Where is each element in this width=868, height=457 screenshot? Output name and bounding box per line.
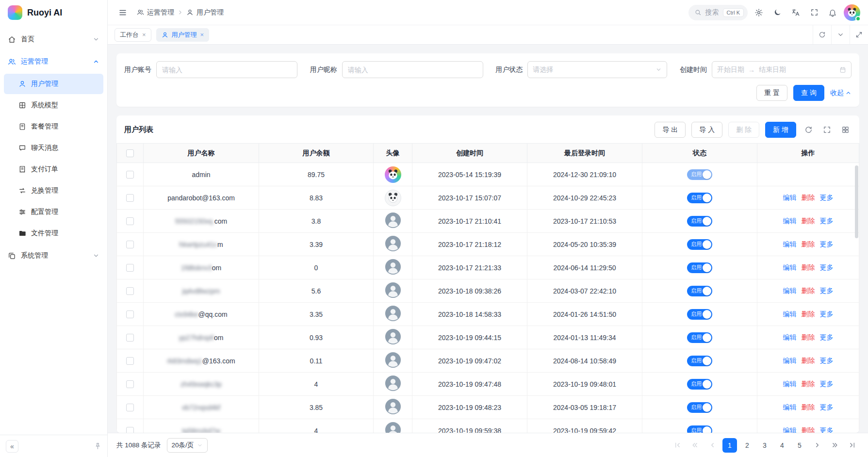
page-size-select[interactable]: 20条/页: [167, 438, 208, 453]
global-search[interactable]: 搜索 Ctrl K: [688, 5, 748, 20]
row-checkbox[interactable]: [126, 287, 134, 295]
sidebar-item-payment-orders[interactable]: 支付订单: [4, 159, 103, 180]
edit-link[interactable]: 编辑: [783, 403, 797, 411]
edit-link[interactable]: 编辑: [783, 426, 797, 433]
delete-link[interactable]: 删除: [802, 287, 815, 294]
status-toggle[interactable]: 启用: [687, 216, 712, 227]
brand[interactable]: Ruoyi AI: [0, 0, 107, 25]
reset-button[interactable]: 重 置: [756, 85, 787, 101]
sidebar-item-system-management[interactable]: 系统管理: [0, 245, 107, 267]
sidebar-item-operations[interactable]: 运营管理: [0, 50, 107, 73]
table-fullscreen-button[interactable]: [820, 124, 833, 136]
row-checkbox[interactable]: [126, 241, 134, 248]
page-first-button[interactable]: [670, 438, 685, 453]
date-range-picker[interactable]: 开始日期 → 结束日期: [712, 61, 852, 78]
status-toggle[interactable]: 启用: [687, 402, 712, 413]
more-link[interactable]: 更多: [820, 380, 834, 388]
more-link[interactable]: 更多: [820, 194, 834, 201]
breadcrumb-user-management[interactable]: 用户管理: [186, 8, 224, 17]
add-button[interactable]: 新 增: [765, 122, 796, 138]
sidebar-item-config-management[interactable]: 配置管理: [4, 202, 103, 222]
delete-button[interactable]: 删 除: [728, 122, 759, 138]
delete-link[interactable]: 删除: [802, 263, 815, 271]
status-toggle[interactable]: 启用: [687, 332, 712, 343]
more-link[interactable]: 更多: [820, 310, 834, 318]
row-checkbox[interactable]: [126, 357, 134, 365]
tab-menu-button[interactable]: [831, 25, 850, 44]
sidebar-item-user-management[interactable]: 用户管理: [4, 74, 103, 94]
edit-link[interactable]: 编辑: [783, 310, 797, 318]
more-link[interactable]: 更多: [820, 403, 834, 411]
edit-link[interactable]: 编辑: [783, 287, 797, 294]
more-link[interactable]: 更多: [820, 240, 834, 248]
breadcrumb-operations[interactable]: 运营管理: [137, 8, 174, 17]
delete-link[interactable]: 删除: [802, 380, 815, 388]
pin-button[interactable]: [94, 442, 101, 450]
edit-link[interactable]: 编辑: [783, 217, 797, 225]
tab-refresh-button[interactable]: [813, 25, 831, 44]
edit-link[interactable]: 编辑: [783, 357, 797, 364]
more-link[interactable]: 更多: [820, 357, 834, 364]
row-checkbox[interactable]: [126, 310, 134, 318]
close-icon[interactable]: ×: [200, 32, 204, 38]
table-refresh-button[interactable]: [802, 124, 815, 136]
row-checkbox[interactable]: [126, 264, 134, 272]
delete-link[interactable]: 删除: [802, 310, 815, 318]
more-link[interactable]: 更多: [820, 217, 834, 225]
row-checkbox[interactable]: [126, 194, 134, 202]
edit-link[interactable]: 编辑: [783, 263, 797, 271]
delete-link[interactable]: 删除: [802, 357, 815, 364]
account-input[interactable]: [156, 61, 297, 78]
page-button-1[interactable]: 1: [722, 438, 737, 453]
page-back5-button[interactable]: [688, 438, 702, 453]
page-prev-button[interactable]: [705, 438, 720, 453]
language-button[interactable]: [788, 5, 803, 20]
content-expand-button[interactable]: [850, 25, 868, 44]
more-link[interactable]: 更多: [820, 263, 834, 271]
collapse-filter-button[interactable]: 收起: [830, 89, 852, 98]
delete-link[interactable]: 删除: [802, 240, 815, 248]
more-link[interactable]: 更多: [820, 333, 834, 341]
row-checkbox[interactable]: [126, 171, 134, 179]
more-link[interactable]: 更多: [820, 287, 834, 294]
delete-link[interactable]: 删除: [802, 403, 815, 411]
sidebar-item-chat-messages[interactable]: 聊天消息: [4, 138, 103, 158]
status-toggle[interactable]: 启用: [687, 286, 712, 296]
import-button[interactable]: 导 入: [691, 122, 722, 138]
tab-user-management[interactable]: 用户管理 ×: [156, 28, 210, 42]
status-toggle[interactable]: 启用: [687, 309, 712, 320]
row-checkbox[interactable]: [126, 334, 134, 342]
page-forward5-button[interactable]: [827, 438, 842, 453]
delete-link[interactable]: 删除: [802, 426, 815, 433]
tab-workbench[interactable]: 工作台 ×: [115, 28, 151, 42]
row-checkbox[interactable]: [126, 404, 134, 411]
row-checkbox[interactable]: [126, 380, 134, 388]
settings-button[interactable]: [752, 5, 766, 20]
delete-link[interactable]: 删除: [802, 333, 815, 341]
status-select[interactable]: 请选择: [527, 61, 667, 78]
edit-link[interactable]: 编辑: [783, 380, 797, 388]
search-button[interactable]: 查 询: [793, 85, 824, 101]
page-button-5[interactable]: 5: [792, 438, 807, 453]
fullscreen-button[interactable]: [807, 5, 821, 20]
row-checkbox[interactable]: [126, 427, 134, 433]
export-button[interactable]: 导 出: [655, 122, 686, 138]
edit-link[interactable]: 编辑: [783, 333, 797, 341]
status-toggle[interactable]: 启用: [687, 356, 712, 366]
sidebar-item-system-models[interactable]: 系统模型: [4, 95, 103, 115]
page-button-4[interactable]: 4: [775, 438, 789, 453]
status-toggle[interactable]: 启用: [687, 379, 712, 390]
page-next-button[interactable]: [810, 438, 824, 453]
edit-link[interactable]: 编辑: [783, 194, 797, 201]
delete-link[interactable]: 删除: [802, 217, 815, 225]
select-all-checkbox[interactable]: [126, 149, 134, 157]
column-settings-button[interactable]: [839, 124, 852, 136]
status-toggle[interactable]: 启用: [687, 425, 712, 433]
more-link[interactable]: 更多: [820, 426, 834, 433]
sidebar-item-exchange-management[interactable]: 兑换管理: [4, 180, 103, 201]
page-button-3[interactable]: 3: [757, 438, 772, 453]
user-avatar-button[interactable]: [844, 4, 860, 21]
row-checkbox[interactable]: [126, 217, 134, 225]
sidebar-item-home[interactable]: 首页: [0, 28, 107, 50]
status-toggle[interactable]: 启用: [687, 262, 712, 273]
